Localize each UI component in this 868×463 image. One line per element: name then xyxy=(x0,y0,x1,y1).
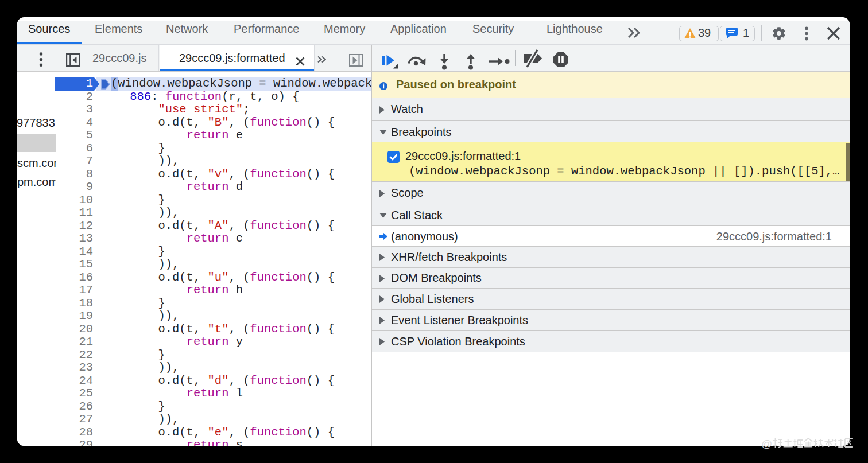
svg-text:@: @ xyxy=(761,438,772,449)
